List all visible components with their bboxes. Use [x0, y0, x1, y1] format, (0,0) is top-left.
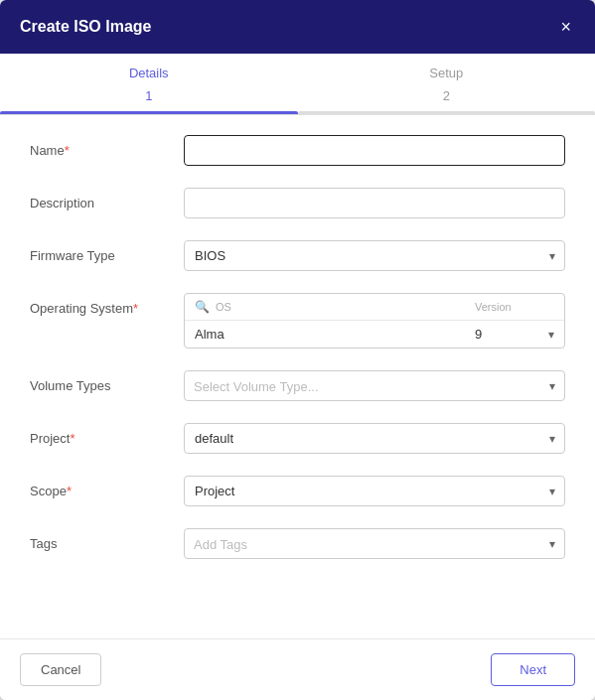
tab-setup-label: Setup: [298, 66, 596, 80]
project-field: default ▾: [184, 423, 565, 454]
volume-types-select[interactable]: [184, 370, 565, 401]
tab-details-number: 1: [0, 88, 298, 103]
scope-field: Project Global ▾: [184, 476, 565, 506]
scope-wrapper: Project Global ▾: [184, 476, 565, 506]
project-required: *: [70, 431, 74, 446]
name-required: *: [65, 143, 70, 158]
scope-required: *: [67, 484, 72, 498]
os-search-row: 🔍 OS Version: [185, 294, 564, 321]
cancel-button[interactable]: Cancel: [20, 653, 101, 686]
name-label: Name*: [30, 135, 184, 158]
volume-types-label: Volume Types: [30, 370, 184, 393]
tags-row: Tags ▾ Add Tags: [30, 528, 565, 559]
description-label: Description: [30, 188, 184, 210]
modal-title: Create ISO Image: [20, 18, 152, 36]
firmware-type-field: BIOS UEFI ▾: [184, 240, 565, 271]
tab-details[interactable]: Details 1: [0, 54, 298, 114]
tags-wrapper: ▾ Add Tags: [184, 528, 565, 559]
tabs-section: Details 1 Setup 2: [0, 54, 595, 115]
os-value-row: Alma 9 ▾: [185, 321, 564, 348]
firmware-type-select[interactable]: BIOS UEFI: [184, 240, 565, 271]
description-input[interactable]: [184, 188, 565, 218]
project-select[interactable]: default: [184, 423, 565, 454]
os-field: 🔍 OS Version Alma 9 ▾: [184, 293, 565, 349]
firmware-type-row: Firmware Type BIOS UEFI ▾: [30, 240, 565, 271]
scope-label: Scope*: [30, 476, 184, 498]
name-field: [184, 135, 565, 166]
create-iso-modal: Create ISO Image × Details 1 Setup 2 Nam…: [0, 0, 595, 700]
tags-field: ▾ Add Tags: [184, 528, 565, 559]
tab-setup-underline: [298, 111, 596, 114]
scope-row: Scope* Project Global ▾: [30, 476, 565, 506]
os-label: Operating System*: [30, 293, 184, 316]
os-row: Operating System* 🔍 OS Version Alma 9 ▾: [30, 293, 565, 349]
tags-select[interactable]: [184, 528, 565, 559]
description-row: Description: [30, 188, 565, 218]
tab-setup-number: 2: [298, 88, 596, 103]
tabs-bar: Details 1 Setup 2: [0, 54, 595, 114]
os-search-icon: 🔍: [195, 300, 210, 314]
tags-label: Tags: [30, 528, 184, 551]
modal-footer: Cancel Next: [0, 638, 595, 700]
description-field: [184, 188, 565, 218]
os-required: *: [133, 301, 138, 316]
os-col-version-header: Version: [475, 301, 554, 313]
volume-types-wrapper: ▾ Select Volume Type...: [184, 370, 565, 401]
modal-header: Create ISO Image ×: [0, 0, 595, 54]
firmware-type-wrapper: BIOS UEFI ▾: [184, 240, 565, 271]
tab-setup[interactable]: Setup 2: [298, 54, 596, 114]
project-row: Project* default ▾: [30, 423, 565, 454]
next-button[interactable]: Next: [491, 653, 575, 686]
tab-details-label: Details: [0, 66, 298, 80]
scope-select[interactable]: Project Global: [184, 476, 565, 506]
project-wrapper: default ▾: [184, 423, 565, 454]
close-button[interactable]: ×: [556, 16, 575, 38]
name-input[interactable]: [184, 135, 565, 166]
os-value-version: 9: [475, 327, 554, 342]
name-row: Name*: [30, 135, 565, 166]
tab-details-underline: [0, 111, 298, 114]
os-value-os: Alma: [195, 327, 475, 342]
volume-types-field: ▾ Select Volume Type...: [184, 370, 565, 401]
os-col-headers: OS Version: [216, 301, 554, 313]
os-col-os-header: OS: [216, 301, 475, 313]
project-label: Project*: [30, 423, 184, 446]
os-chevron-icon: ▾: [548, 328, 554, 342]
modal-body: Name* Description Firmware Type BIOS UEF…: [0, 115, 595, 638]
firmware-type-label: Firmware Type: [30, 240, 184, 263]
os-selector[interactable]: 🔍 OS Version Alma 9 ▾: [184, 293, 565, 349]
volume-types-row: Volume Types ▾ Select Volume Type...: [30, 370, 565, 401]
